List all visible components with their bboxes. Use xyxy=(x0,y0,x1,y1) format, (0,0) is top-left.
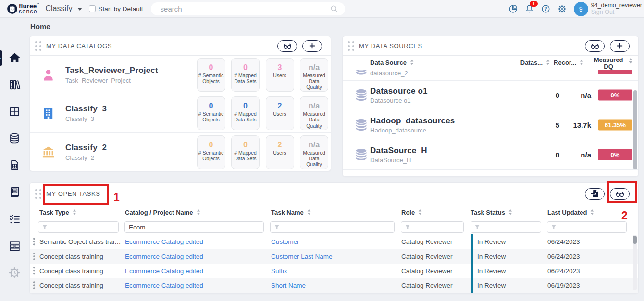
filter-task-status[interactable] xyxy=(471,221,541,233)
brand-bottom: sense xyxy=(19,9,39,15)
source-name[interactable]: Datasource o1 xyxy=(370,86,428,96)
catalog-name[interactable]: Classify_3 xyxy=(65,104,107,114)
glasses-icon xyxy=(590,41,600,51)
sidebar-item-glossary[interactable] xyxy=(0,184,29,200)
filter-task-name[interactable] xyxy=(270,221,395,233)
help-button[interactable]: ? xyxy=(541,4,550,13)
sources-view-button[interactable] xyxy=(585,40,605,52)
filter-role-input[interactable] xyxy=(413,224,463,231)
scrollbar[interactable] xyxy=(633,90,637,169)
stat-users: 2 Users xyxy=(266,96,294,130)
chevron-down-icon xyxy=(77,8,82,11)
svg-text:?: ? xyxy=(544,6,547,12)
datasource-icon xyxy=(354,70,369,76)
task-name-link[interactable]: Customer Last Name xyxy=(271,253,333,260)
fluree-sense-logo[interactable]: fluree™ sense xyxy=(7,3,39,15)
row-drag-handle[interactable] xyxy=(33,238,35,245)
col-data-source[interactable]: Data Source xyxy=(370,59,414,66)
settings-button[interactable] xyxy=(557,4,567,13)
col-task-status[interactable]: Task Status xyxy=(471,209,512,216)
breadcrumb[interactable]: Home xyxy=(30,23,50,31)
source-name[interactable]: DataSource_H xyxy=(370,146,427,156)
filter-catalog-project-input[interactable] xyxy=(129,224,263,231)
book-icon xyxy=(9,186,21,198)
sidebar-item-catalogs[interactable] xyxy=(0,76,29,93)
col-catalog-project[interactable]: Catalog / Project Name xyxy=(125,209,200,216)
task-row[interactable]: Concept class training Ecommerce Catalog… xyxy=(30,249,638,263)
filter-task-status-input[interactable] xyxy=(483,224,541,231)
catalog-name[interactable]: Task_Reviewer_Project xyxy=(65,66,158,75)
row-drag-handle[interactable] xyxy=(33,267,35,275)
task-row[interactable]: Concept class training Ecommerce Catalog… xyxy=(30,278,638,292)
filter-role[interactable] xyxy=(401,221,464,233)
task-name-link[interactable]: Short Name xyxy=(271,282,306,289)
task-catalog-link[interactable]: Ecommerce Catalog edited xyxy=(125,253,203,260)
task-row[interactable]: Semantic Object class traini... Ecommerc… xyxy=(30,234,638,249)
col-task-name[interactable]: Task Name xyxy=(271,209,311,216)
avatar[interactable]: 9 xyxy=(574,2,588,16)
sign-out-link[interactable]: Sign Out xyxy=(591,9,642,15)
catalogs-add-button[interactable] xyxy=(302,40,322,52)
catalogs-view-button[interactable] xyxy=(277,40,297,52)
task-catalog-link[interactable]: Ecommerce Catalog edited xyxy=(125,238,203,245)
drag-handle-icon[interactable] xyxy=(35,189,41,199)
catalog-row[interactable]: Task_Reviewer_Project Task_Reviewer_Proj… xyxy=(30,56,331,94)
task-status: In Review xyxy=(477,238,506,245)
filter-task-type-input[interactable] xyxy=(50,224,118,231)
filter-catalog-project[interactable] xyxy=(124,221,264,233)
col-task-type[interactable]: Task Type xyxy=(39,209,76,216)
source-name[interactable]: Hadoop_datasources xyxy=(370,116,455,126)
task-name-link[interactable]: Customer xyxy=(271,238,299,245)
sources-add-button[interactable] xyxy=(610,40,630,52)
drag-handle-icon[interactable] xyxy=(348,41,354,51)
sidebar-item-infrastructure[interactable] xyxy=(0,238,29,254)
data-source-row[interactable]: datasource_2 xyxy=(343,70,638,81)
task-name-link[interactable]: Suffix xyxy=(271,267,287,274)
glasses-icon xyxy=(282,41,293,51)
sort-icon xyxy=(418,209,422,215)
library-icon xyxy=(9,79,21,91)
row-drag-handle[interactable] xyxy=(33,253,35,260)
analytics-button[interactable] xyxy=(508,4,518,13)
stat-users: 2 Users xyxy=(266,135,294,169)
task-catalog-link[interactable]: Ecommerce Catalog edited xyxy=(125,282,203,289)
scrollbar-thumb[interactable] xyxy=(633,236,637,244)
task-catalog-link[interactable]: Ecommerce Catalog edited xyxy=(125,267,203,274)
filter-task-name-input[interactable] xyxy=(283,224,394,231)
filter-last-updated[interactable] xyxy=(547,221,627,233)
data-source-row[interactable]: Datasource o1 Datasource o1 0 n/a 0% xyxy=(343,81,638,110)
search-input[interactable] xyxy=(161,5,330,13)
task-type: Concept class training xyxy=(39,282,103,289)
task-row[interactable]: Concept class training Ecommerce Catalog… xyxy=(30,264,638,278)
catalog-row[interactable]: Classify_2 Classify_2 0 # Semantic Objec… xyxy=(30,133,331,171)
sidebar-item-scheduled-settings[interactable] xyxy=(0,265,29,281)
product-selector[interactable]: Classify xyxy=(45,4,82,13)
col-datasets[interactable]: Datas... xyxy=(520,59,550,66)
col-role[interactable]: Role xyxy=(401,209,422,216)
data-source-row[interactable]: DataSource_H DataSource_H 0 n/a 0% xyxy=(343,140,638,170)
search-bar[interactable] xyxy=(151,2,345,15)
tasks-export-button[interactable] xyxy=(585,188,605,200)
sidebar-item-datasources[interactable] xyxy=(0,130,29,146)
col-records[interactable]: Recor... xyxy=(554,59,583,66)
sidebar-item-workspace[interactable] xyxy=(0,103,29,120)
col-measured-dq[interactable]: MeasuredDQ xyxy=(591,56,626,70)
source-records: n/a xyxy=(581,151,591,159)
notification-badge: 1 xyxy=(530,1,538,7)
sidebar-item-home[interactable] xyxy=(0,49,29,66)
catalog-subtitle: Task_Reviewer_Project xyxy=(65,77,158,84)
data-source-row[interactable]: Hadoop_datasources Hadoop_datasource 5 1… xyxy=(343,110,638,140)
row-drag-handle[interactable] xyxy=(33,282,35,289)
start-by-default-checkbox[interactable] xyxy=(89,5,96,12)
col-last-updated[interactable]: Last Updated xyxy=(547,209,594,216)
drag-handle-icon[interactable] xyxy=(35,41,41,51)
sidebar-item-tasks[interactable] xyxy=(0,211,29,227)
catalog-name[interactable]: Classify_2 xyxy=(65,143,107,153)
username: 94_demo_reviewer xyxy=(591,2,642,9)
catalog-row[interactable]: Classify_3 Classify_3 0 # Semantic Objec… xyxy=(30,94,331,132)
filter-last-updated-input[interactable] xyxy=(559,224,626,231)
datasource-icon xyxy=(354,147,369,162)
filter-task-type[interactable] xyxy=(38,221,119,233)
notifications-button[interactable]: 1 xyxy=(525,4,534,13)
sidebar-item-datasets[interactable] xyxy=(0,157,29,173)
